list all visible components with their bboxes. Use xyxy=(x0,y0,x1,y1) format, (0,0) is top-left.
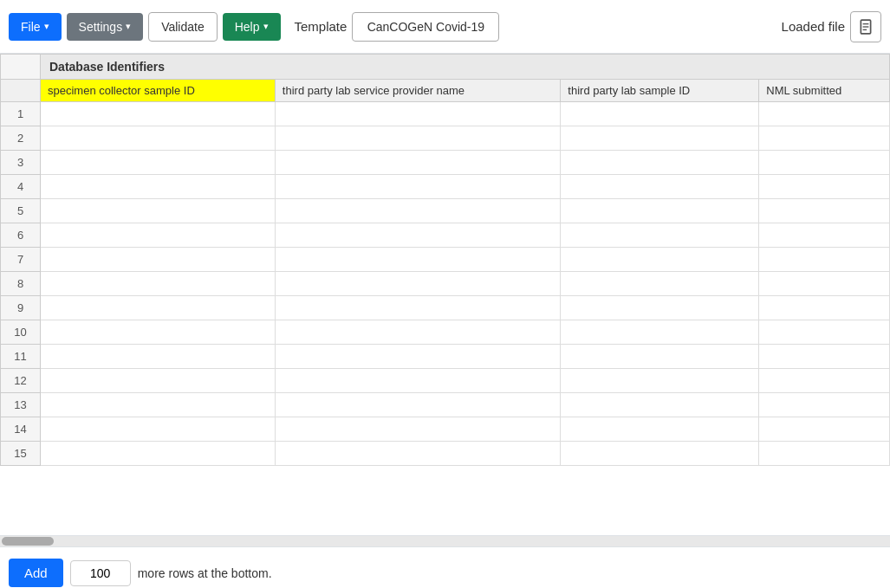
row-number-cell: 13 xyxy=(1,393,41,417)
data-cell[interactable] xyxy=(275,199,561,223)
spreadsheet-table: Database Identifiers specimen collector … xyxy=(0,54,890,466)
group-header-row: Database Identifiers xyxy=(1,55,890,80)
data-cell[interactable] xyxy=(759,272,890,296)
data-cell[interactable] xyxy=(759,369,890,393)
data-cell[interactable] xyxy=(759,126,890,151)
data-cell[interactable] xyxy=(41,223,276,248)
col-header-1: third party lab service provider name xyxy=(275,80,561,102)
data-cell[interactable] xyxy=(275,272,561,296)
data-cell[interactable] xyxy=(561,442,759,466)
data-cell[interactable] xyxy=(41,393,276,417)
col-header-row: specimen collector sample ID third party… xyxy=(1,80,890,102)
data-cell[interactable] xyxy=(275,175,561,199)
data-cell[interactable] xyxy=(275,102,561,126)
loaded-file-label: Loaded file xyxy=(782,19,845,34)
data-cell[interactable] xyxy=(759,320,890,345)
data-cell[interactable] xyxy=(561,151,759,175)
settings-menu-button[interactable]: Settings xyxy=(67,13,144,41)
row-number-cell: 1 xyxy=(1,102,41,126)
file-icon xyxy=(858,19,874,35)
data-cell[interactable] xyxy=(41,442,276,466)
table-row: 7 xyxy=(1,248,890,272)
loaded-file-button[interactable] xyxy=(850,11,881,42)
data-cell[interactable] xyxy=(759,296,890,320)
data-cell[interactable] xyxy=(561,393,759,417)
add-rows-button[interactable]: Add xyxy=(9,559,63,587)
data-cell[interactable] xyxy=(561,126,759,151)
col-header-3: NML submitted xyxy=(759,80,890,102)
validate-button[interactable]: Validate xyxy=(148,12,218,42)
spreadsheet-wrapper[interactable]: Database Identifiers specimen collector … xyxy=(0,54,890,536)
data-cell[interactable] xyxy=(561,102,759,126)
row-number-cell: 15 xyxy=(1,442,41,466)
data-cell[interactable] xyxy=(561,320,759,345)
data-cell[interactable] xyxy=(759,248,890,272)
data-cell[interactable] xyxy=(41,126,276,151)
row-number-cell: 7 xyxy=(1,248,41,272)
row-number-cell: 6 xyxy=(1,223,41,248)
data-cell[interactable] xyxy=(41,151,276,175)
data-cell[interactable] xyxy=(561,417,759,442)
data-cell[interactable] xyxy=(759,417,890,442)
data-cell[interactable] xyxy=(561,272,759,296)
data-cell[interactable] xyxy=(275,393,561,417)
data-cell[interactable] xyxy=(759,345,890,369)
data-cell[interactable] xyxy=(41,296,276,320)
horizontal-scrollbar[interactable] xyxy=(0,536,890,546)
data-cell[interactable] xyxy=(275,320,561,345)
data-cell[interactable] xyxy=(275,296,561,320)
data-cell[interactable] xyxy=(41,248,276,272)
table-row: 9 xyxy=(1,296,890,320)
data-cell[interactable] xyxy=(41,417,276,442)
table-row: 10 xyxy=(1,320,890,345)
data-cell[interactable] xyxy=(561,175,759,199)
table-row: 2 xyxy=(1,126,890,151)
data-cell[interactable] xyxy=(41,345,276,369)
data-cell[interactable] xyxy=(41,175,276,199)
table-row: 3 xyxy=(1,151,890,175)
data-cell[interactable] xyxy=(561,199,759,223)
help-menu-button[interactable]: Help xyxy=(223,13,281,41)
data-cell[interactable] xyxy=(759,151,890,175)
data-cell[interactable] xyxy=(41,102,276,126)
table-row: 4 xyxy=(1,175,890,199)
row-number-cell: 14 xyxy=(1,417,41,442)
data-cell[interactable] xyxy=(275,151,561,175)
data-cell[interactable] xyxy=(275,223,561,248)
data-cell[interactable] xyxy=(41,320,276,345)
data-cell[interactable] xyxy=(561,369,759,393)
template-label: Template xyxy=(295,19,348,34)
group-header-cell: Database Identifiers xyxy=(41,55,890,80)
data-cell[interactable] xyxy=(41,369,276,393)
row-count-input[interactable] xyxy=(70,560,131,586)
data-cell[interactable] xyxy=(759,102,890,126)
data-cell[interactable] xyxy=(41,199,276,223)
template-value-button[interactable]: CanCOGeN Covid-19 xyxy=(352,12,499,42)
table-row: 1 xyxy=(1,102,890,126)
col-header-0: specimen collector sample ID xyxy=(41,80,276,102)
data-cell[interactable] xyxy=(275,126,561,151)
data-cell[interactable] xyxy=(561,223,759,248)
data-cell[interactable] xyxy=(759,442,890,466)
data-cell[interactable] xyxy=(759,223,890,248)
table-row: 15 xyxy=(1,442,890,466)
data-cell[interactable] xyxy=(275,248,561,272)
scrollbar-thumb[interactable] xyxy=(2,537,54,546)
data-cell[interactable] xyxy=(759,393,890,417)
row-number-cell: 5 xyxy=(1,199,41,223)
row-number-cell: 3 xyxy=(1,151,41,175)
data-cell[interactable] xyxy=(561,345,759,369)
data-cell[interactable] xyxy=(275,345,561,369)
data-cell[interactable] xyxy=(759,199,890,223)
data-cell[interactable] xyxy=(275,417,561,442)
table-row: 8 xyxy=(1,272,890,296)
table-row: 14 xyxy=(1,417,890,442)
data-cell[interactable] xyxy=(561,248,759,272)
data-cell[interactable] xyxy=(759,175,890,199)
data-cell[interactable] xyxy=(275,369,561,393)
file-menu-button[interactable]: File xyxy=(9,13,62,41)
data-cell[interactable] xyxy=(275,442,561,466)
table-row: 6 xyxy=(1,223,890,248)
data-cell[interactable] xyxy=(41,272,276,296)
data-cell[interactable] xyxy=(561,296,759,320)
